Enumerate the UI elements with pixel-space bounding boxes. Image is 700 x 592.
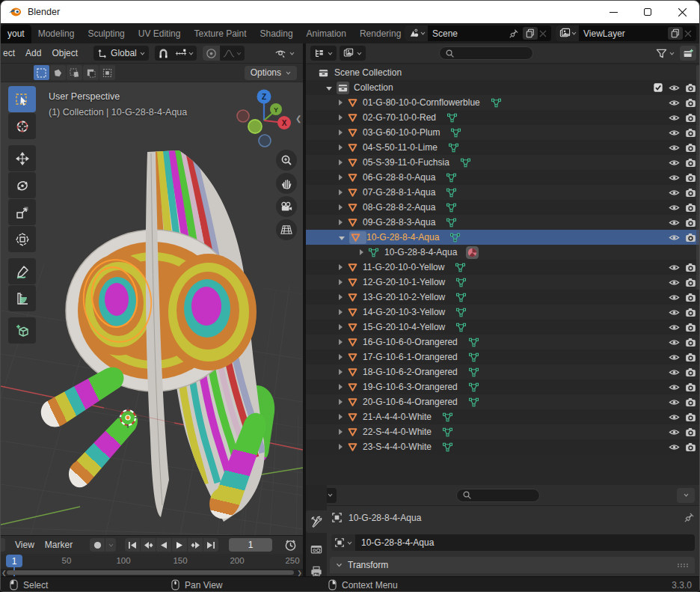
new-collection-button[interactable]	[680, 46, 696, 61]
disclosure-triangle[interactable]	[339, 174, 343, 180]
proportional-edit-toggle[interactable]	[203, 46, 220, 61]
properties-options-dropdown[interactable]	[677, 488, 695, 503]
outliner-object-row[interactable]: 18-G-10-6-2-Orangered	[306, 364, 700, 379]
camera-icon[interactable]	[685, 127, 696, 138]
tool-cursor[interactable]	[8, 113, 36, 139]
disclosure-triangle[interactable]	[339, 414, 343, 420]
camera-icon[interactable]	[685, 232, 696, 243]
play-reverse-button[interactable]	[156, 538, 171, 552]
camera-icon[interactable]	[685, 112, 696, 123]
tool-scale[interactable]	[8, 199, 36, 225]
timeline-marker-menu[interactable]: Marker	[40, 540, 78, 550]
camera-icon[interactable]	[685, 172, 696, 183]
outliner-object-row[interactable]: 04-S-50-11-0-Lime	[306, 140, 700, 155]
tool-select-box[interactable]	[8, 86, 36, 112]
properties-search[interactable]	[456, 489, 540, 502]
eye-icon[interactable]	[669, 127, 680, 138]
workspace-tab-modeling[interactable]: Modeling	[31, 25, 82, 43]
current-frame-field[interactable]: 1	[229, 538, 272, 552]
workspace-tab-uv-editing[interactable]: UV Editing	[132, 25, 188, 43]
disclosure-triangle[interactable]	[339, 264, 343, 270]
scene-browse-button[interactable]	[405, 25, 428, 41]
camera-icon[interactable]	[685, 427, 696, 438]
prev-keyframe-button[interactable]	[141, 538, 156, 552]
eye-icon[interactable]	[669, 157, 680, 168]
outliner-object-row[interactable]: 21-A-4-4-0-White	[306, 409, 700, 424]
timeline-scrollbar[interactable]: ❮ ❯	[1, 569, 303, 576]
outliner-object-row[interactable]: 19-G-10-6-3-Orangered	[306, 379, 700, 394]
eye-icon[interactable]	[669, 397, 680, 408]
outliner-object-row[interactable]: 11-G-20-10-0-Yellow	[306, 260, 700, 275]
sidebar-toggle-arrow[interactable]: ❮	[295, 115, 301, 123]
eye-icon[interactable]	[669, 442, 680, 453]
workspace-tab-rendering[interactable]: Rendering	[353, 25, 408, 43]
camera-icon[interactable]	[685, 82, 696, 94]
disclosure-triangle[interactable]	[339, 144, 343, 150]
camera-icon[interactable]	[685, 262, 696, 273]
outliner-object-row[interactable]: 09-G-28-8-3-Aqua	[306, 215, 700, 230]
eye-icon[interactable]	[669, 322, 680, 333]
disclosure-triangle[interactable]	[339, 429, 343, 435]
select-mode-intersect[interactable]	[99, 65, 115, 80]
outliner-object-row[interactable]: 13-G-20-10-2-Yellow	[306, 290, 700, 305]
eye-icon[interactable]	[669, 172, 680, 183]
disclosure-triangle[interactable]	[339, 444, 343, 450]
select-mode-subtract[interactable]	[83, 65, 99, 80]
timeline-view-menu[interactable]: View	[10, 540, 40, 550]
outliner-object-row[interactable]: 08-G-28-8-2-Aqua	[306, 200, 700, 215]
panel-grip[interactable]	[678, 564, 689, 567]
options-button[interactable]: Options	[245, 66, 297, 80]
eye-icon[interactable]	[669, 82, 680, 94]
viewlayer-browse-button[interactable]	[556, 25, 579, 41]
camera-icon[interactable]	[685, 412, 696, 423]
scene-selector[interactable]: Scene	[405, 25, 551, 41]
disclosure-triangle[interactable]	[339, 219, 343, 225]
scroll-left-arrow[interactable]: ❮	[1, 570, 7, 576]
eye-icon[interactable]	[669, 217, 680, 228]
disclosure-triangle[interactable]	[339, 115, 343, 120]
pin-icon[interactable]	[509, 28, 519, 39]
camera-icon[interactable]	[685, 292, 696, 303]
viewlayer-selector[interactable]: ViewLayer	[556, 25, 696, 41]
minimize-button[interactable]	[596, 1, 630, 23]
tab-tool[interactable]	[306, 510, 327, 533]
outliner-object-row[interactable]: 01-G-80-10-0-Cornflowerblue	[306, 95, 700, 110]
disclosure-triangle[interactable]	[339, 237, 345, 240]
camera-icon[interactable]	[685, 322, 696, 333]
eye-icon[interactable]	[669, 112, 680, 123]
workspace-tab-yout[interactable]: yout	[1, 25, 31, 43]
eye-icon[interactable]	[669, 292, 680, 303]
clock-icon[interactable]	[284, 539, 297, 552]
tool-annotate[interactable]	[8, 258, 36, 284]
close-button[interactable]	[665, 1, 699, 23]
proportional-falloff-dropdown[interactable]	[220, 46, 245, 61]
disclosure-triangle[interactable]	[339, 204, 343, 210]
eye-icon[interactable]	[669, 412, 680, 423]
play-button[interactable]	[172, 538, 187, 552]
workspace-tab-texture-paint[interactable]: Texture Paint	[187, 25, 253, 43]
disclosure-triangle[interactable]	[339, 399, 343, 405]
disclosure-triangle[interactable]	[360, 249, 363, 255]
camera-icon[interactable]	[685, 382, 696, 393]
ortho-toggle-button[interactable]	[276, 219, 297, 240]
transform-panel-header[interactable]: Transform	[330, 557, 695, 573]
camera-icon[interactable]	[685, 187, 696, 198]
camera-icon[interactable]	[685, 307, 696, 318]
workspace-tab-shading[interactable]: Shading	[254, 25, 300, 43]
outliner-object-row[interactable]: 23-S-4-4-0-White	[306, 439, 700, 454]
object-id-dropdown[interactable]	[331, 534, 355, 551]
outliner-object-row[interactable]: 14-G-20-10-3-Yellow	[306, 305, 700, 320]
disclosure-triangle[interactable]	[339, 339, 343, 345]
disclosure-triangle[interactable]	[339, 384, 343, 390]
new-scene-button[interactable]	[523, 27, 538, 40]
disclosure-triangle[interactable]	[339, 309, 343, 315]
disclosure-triangle[interactable]	[326, 87, 332, 91]
camera-view-button[interactable]	[276, 196, 297, 217]
camera-icon[interactable]	[685, 142, 696, 153]
scroll-right-arrow[interactable]: ❯	[297, 570, 302, 576]
eye-icon[interactable]	[669, 337, 680, 348]
disclosure-triangle[interactable]	[339, 129, 343, 135]
outliner-object-row[interactable]: 05-S-39-11-0-Fuchsia	[306, 155, 700, 170]
viewlayer-name[interactable]: ViewLayer	[579, 28, 668, 39]
timeline-editor-dropdown[interactable]	[1, 538, 5, 552]
